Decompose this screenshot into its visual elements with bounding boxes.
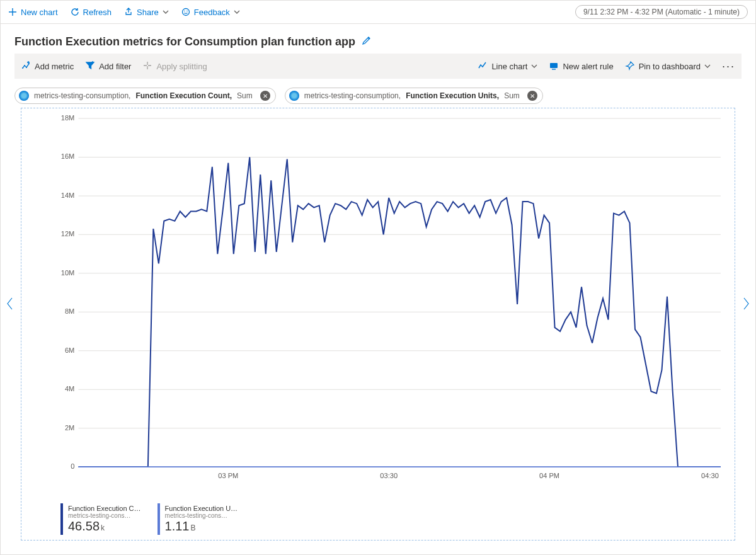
split-icon [142, 60, 152, 72]
feedback-button[interactable]: Feedback [181, 8, 240, 17]
edit-title-button[interactable] [362, 35, 372, 49]
svg-point-2 [186, 11, 188, 12]
svg-text:4M: 4M [65, 385, 74, 392]
pill-resource: metrics-testing-consumption, [304, 91, 401, 100]
refresh-button[interactable]: Refresh [71, 8, 112, 17]
new-alert-rule-button[interactable]: New alert rule [549, 60, 613, 72]
legend-resource-name: metrics-testing-cons… [68, 512, 141, 519]
next-chart-button[interactable] [742, 297, 750, 314]
new-chart-button[interactable]: New chart [8, 8, 58, 17]
chevron-down-icon [531, 63, 537, 69]
smiley-icon [181, 8, 190, 16]
top-command-bar: New chart Refresh Share Feedback 9/11 2:… [1, 1, 755, 24]
add-filter-button[interactable]: Add filter [85, 60, 131, 72]
svg-point-3 [22, 67, 23, 69]
resource-icon [289, 91, 299, 101]
apply-splitting-button: Apply splitting [142, 60, 207, 72]
pin-to-dashboard-button[interactable]: Pin to dashboard [625, 60, 711, 72]
apply-splitting-label: Apply splitting [156, 62, 207, 71]
svg-point-4 [24, 65, 25, 66]
pill-metric: Function Execution Count, [135, 91, 232, 100]
svg-point-5 [26, 67, 27, 68]
chart-type-label: Line chart [491, 62, 527, 71]
chevron-down-icon [234, 9, 240, 15]
chart-plot-area[interactable]: 02M4M6M8M10M12M14M16M18M03 PM03:3004 PM0… [50, 115, 724, 482]
add-metric-icon [21, 60, 31, 72]
svg-text:16M: 16M [61, 152, 75, 160]
line-chart-icon [478, 60, 488, 72]
metric-pill[interactable]: metrics-testing-consumption, Function Ex… [285, 88, 543, 104]
share-icon [124, 8, 133, 16]
svg-text:6M: 6M [65, 346, 74, 354]
remove-pill-button[interactable]: ✕ [260, 91, 270, 101]
pill-aggregation: Sum [504, 91, 520, 100]
close-icon: ✕ [263, 93, 268, 100]
chart-toolbar: Add metric Add filter Apply splitting Li… [14, 54, 742, 79]
new-alert-label: New alert rule [563, 62, 613, 71]
chevron-down-icon [704, 63, 711, 69]
legend-item[interactable]: Function Execution C… metrics-testing-co… [60, 503, 146, 535]
chevron-left-icon [6, 298, 14, 314]
svg-text:2M: 2M [65, 424, 74, 432]
more-menu-button[interactable]: ··· [722, 60, 735, 73]
line-chart-svg: 02M4M6M8M10M12M14M16M18M03 PM03:3004 PM0… [50, 115, 724, 482]
plus-icon [8, 8, 17, 16]
svg-rect-7 [550, 63, 558, 68]
remove-pill-button[interactable]: ✕ [527, 91, 537, 101]
metrics-explorer-page: New chart Refresh Share Feedback 9/11 2:… [0, 0, 756, 555]
chart-legend: Function Execution C… metrics-testing-co… [60, 503, 243, 535]
chevron-right-icon [742, 298, 750, 314]
svg-point-1 [184, 11, 185, 12]
chart-title-bar: Function Execution metrics for Consumpti… [1, 24, 755, 54]
alert-icon [549, 60, 559, 72]
pill-aggregation: Sum [237, 91, 253, 100]
legend-series-name: Function Execution U… [165, 505, 238, 512]
svg-text:03:30: 03:30 [380, 472, 398, 479]
legend-item[interactable]: Function Execution U… metrics-testing-co… [158, 503, 243, 535]
svg-text:03 PM: 03 PM [218, 472, 238, 479]
new-chart-label: New chart [21, 8, 58, 17]
svg-point-0 [182, 9, 189, 16]
share-label: Share [137, 8, 159, 17]
svg-text:18M: 18M [61, 115, 75, 122]
pill-resource: metrics-testing-consumption, [34, 91, 130, 100]
chart-title: Function Execution metrics for Consumpti… [14, 35, 355, 49]
ellipsis-icon: ··· [722, 60, 735, 72]
feedback-label: Feedback [194, 8, 230, 17]
legend-value: 1.11B [165, 519, 238, 534]
svg-text:04 PM: 04 PM [539, 472, 559, 479]
resource-icon [19, 91, 29, 101]
metric-pills-row: metrics-testing-consumption, Function Ex… [1, 79, 755, 109]
svg-text:0: 0 [71, 462, 74, 470]
legend-series-name: Function Execution C… [68, 505, 141, 512]
svg-text:04:30: 04:30 [701, 472, 719, 479]
add-metric-label: Add metric [35, 62, 74, 71]
chevron-down-icon [163, 9, 169, 15]
svg-text:8M: 8M [65, 307, 74, 315]
prev-chart-button[interactable] [6, 297, 14, 314]
add-filter-label: Add filter [99, 62, 131, 71]
add-metric-button[interactable]: Add metric [21, 60, 74, 72]
svg-text:10M: 10M [61, 269, 75, 277]
refresh-icon [71, 8, 79, 16]
pin-label: Pin to dashboard [639, 62, 701, 71]
chart-card: 02M4M6M8M10M12M14M16M18M03 PM03:3004 PM0… [21, 108, 735, 541]
pill-metric: Function Execution Units, [406, 91, 499, 100]
time-range-picker[interactable]: 9/11 2:32 PM - 4:32 PM (Automatic - 1 mi… [575, 5, 748, 19]
filter-icon [85, 60, 95, 72]
refresh-label: Refresh [83, 8, 112, 17]
svg-text:14M: 14M [61, 192, 75, 199]
chart-type-button[interactable]: Line chart [478, 60, 537, 72]
legend-value: 46.58k [68, 519, 141, 534]
pencil-icon [362, 35, 372, 48]
legend-resource-name: metrics-testing-cons… [165, 512, 238, 519]
metric-pill[interactable]: metrics-testing-consumption, Function Ex… [14, 88, 276, 104]
svg-text:12M: 12M [61, 230, 75, 237]
pin-icon [625, 60, 635, 72]
close-icon: ✕ [530, 93, 535, 100]
share-button[interactable]: Share [124, 8, 169, 17]
